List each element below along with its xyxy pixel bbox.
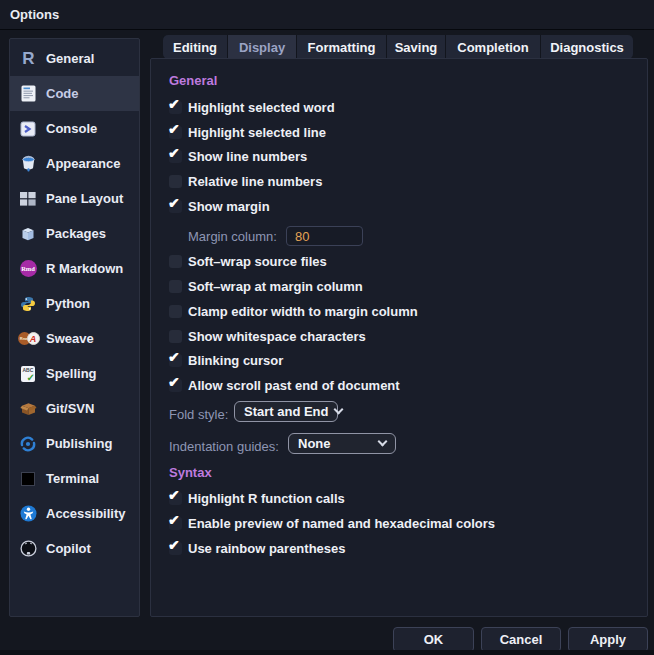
tab-saving[interactable]: Saving	[387, 35, 446, 59]
checkbox-use-rainbow-parentheses[interactable]: ✔ Use rainbow parentheses	[169, 541, 346, 556]
chevron-down-icon	[378, 437, 388, 447]
margin-column-row: Margin column:	[188, 226, 277, 246]
fold-style-row: Fold style:	[169, 404, 228, 425]
checkbox-highlight-selected-line[interactable]: ✔ Highlight selected line	[169, 125, 326, 140]
checkbox: ✔	[169, 200, 182, 213]
git-svn-box-icon	[17, 398, 39, 420]
checkbox: ✔	[169, 379, 182, 392]
sidebar-item-terminal[interactable]: Terminal	[10, 461, 139, 496]
chevron-down-icon	[333, 405, 343, 415]
checkbox-blinking-cursor[interactable]: ✔ Blinking cursor	[169, 353, 283, 368]
tab-editing[interactable]: Editing	[163, 35, 228, 59]
checkbox-show-margin[interactable]: ✔ Show margin	[169, 199, 270, 214]
checkbox-clamp-editor-width[interactable]: ✔ Clamp editor width to margin column	[169, 304, 418, 319]
sidebar-item-label: General	[46, 51, 94, 66]
sidebar-item-copilot[interactable]: Copilot	[10, 531, 139, 566]
fold-style-dropdown[interactable]: Start and End	[234, 401, 338, 422]
checkbox-soft-wrap-source-files[interactable]: ✔ Soft–wrap source files	[169, 254, 327, 269]
apply-button[interactable]: Apply	[568, 627, 648, 652]
checkbox-show-line-numbers[interactable]: ✔ Show line numbers	[169, 149, 307, 164]
indentation-guides-label: Indentation guides:	[169, 439, 279, 454]
sidebar-item-appearance[interactable]: Appearance	[10, 146, 139, 181]
checkbox: ✔	[169, 305, 182, 318]
sidebar-item-packages[interactable]: Packages	[10, 216, 139, 251]
sidebar-item-code[interactable]: Code	[10, 76, 139, 111]
sidebar-item-label: Terminal	[46, 471, 99, 486]
checkbox: ✔	[169, 354, 182, 367]
options-category-sidebar: R General Code Console	[9, 38, 140, 617]
sidebar-item-label: Copilot	[46, 541, 91, 556]
sidebar-item-label: Accessibility	[46, 506, 126, 521]
display-settings-panel: General ✔ Highlight selected word ✔ High…	[150, 58, 648, 617]
checkbox-relative-line-numbers[interactable]: ✔ Relative line numbers	[169, 174, 322, 189]
python-icon	[17, 293, 39, 315]
sidebar-item-label: R Markdown	[46, 261, 123, 276]
checkbox-highlight-r-function-calls[interactable]: ✔ Highlight R function calls	[169, 491, 345, 506]
window-title: Options	[10, 7, 59, 22]
checkbox: ✔	[169, 175, 182, 188]
sidebar-item-pane-layout[interactable]: Pane Layout	[10, 181, 139, 216]
code-options-tabbar: Editing Display Formatting Saving Comple…	[163, 35, 633, 59]
sweave-icon: Rnw A	[17, 328, 39, 350]
sidebar-item-python[interactable]: Python	[10, 286, 139, 321]
tab-formatting[interactable]: Formatting	[297, 35, 387, 59]
console-icon	[17, 118, 39, 140]
checkbox: ✔	[169, 517, 182, 530]
sidebar-item-label: Appearance	[46, 156, 120, 171]
section-header-syntax: Syntax	[169, 465, 212, 480]
cancel-button[interactable]: Cancel	[481, 627, 561, 652]
tab-diagnostics[interactable]: Diagnostics	[541, 35, 633, 59]
margin-column-input[interactable]	[286, 226, 363, 246]
sidebar-item-console[interactable]: Console	[10, 111, 139, 146]
spellcheck-icon: ABC ✓	[17, 363, 39, 385]
checkbox: ✔	[169, 542, 182, 555]
checkbox: ✔	[169, 492, 182, 505]
sidebar-item-label: Packages	[46, 226, 106, 241]
fold-style-label: Fold style:	[169, 407, 228, 422]
checkbox-highlight-selected-word[interactable]: ✔ Highlight selected word	[169, 100, 335, 115]
sidebar-item-accessibility[interactable]: Accessibility	[10, 496, 139, 531]
checkbox-enable-color-preview[interactable]: ✔ Enable preview of named and hexadecima…	[169, 516, 495, 531]
checkbox: ✔	[169, 255, 182, 268]
sidebar-item-label: Publishing	[46, 436, 112, 451]
window-titlebar: Options	[0, 0, 654, 29]
sidebar-item-label: Git/SVN	[46, 401, 94, 416]
sidebar-item-git-svn[interactable]: Git/SVN	[10, 391, 139, 426]
sidebar-item-spelling[interactable]: ABC ✓ Spelling	[10, 356, 139, 391]
sidebar-item-r-markdown[interactable]: Rmd R Markdown	[10, 251, 139, 286]
sidebar-item-sweave[interactable]: Rnw A Sweave	[10, 321, 139, 356]
checkbox-show-whitespace-characters[interactable]: ✔ Show whitespace characters	[169, 329, 366, 344]
section-header-general: General	[169, 73, 217, 88]
ok-button[interactable]: OK	[393, 627, 474, 652]
package-cube-icon	[17, 223, 39, 245]
indentation-guides-row: Indentation guides:	[169, 436, 279, 457]
pane-layout-icon	[17, 188, 39, 210]
window-bottom-edge	[0, 650, 654, 655]
checkbox: ✔	[169, 280, 182, 293]
copilot-icon	[17, 538, 39, 560]
r-logo-icon: R	[17, 48, 39, 70]
sidebar-item-label: Pane Layout	[46, 191, 123, 206]
sidebar-item-label: Console	[46, 121, 97, 136]
checkbox-soft-wrap-at-margin-column[interactable]: ✔ Soft–wrap at margin column	[169, 279, 363, 294]
tab-display[interactable]: Display	[228, 35, 297, 59]
checkbox: ✔	[169, 150, 182, 163]
margin-column-label: Margin column:	[188, 229, 277, 244]
sidebar-item-publishing[interactable]: Publishing	[10, 426, 139, 461]
code-document-icon	[17, 83, 39, 105]
terminal-icon	[17, 468, 39, 490]
accessibility-icon	[17, 503, 39, 525]
checkbox: ✔	[169, 126, 182, 139]
indentation-guides-dropdown[interactable]: None	[288, 433, 396, 454]
tab-completion[interactable]: Completion	[446, 35, 541, 59]
sidebar-item-label: Spelling	[46, 366, 97, 381]
checkbox-allow-scroll-past-end[interactable]: ✔ Allow scroll past end of document	[169, 378, 400, 393]
checkbox: ✔	[169, 101, 182, 114]
publishing-swirl-icon	[17, 433, 39, 455]
sidebar-item-label: Sweave	[46, 331, 94, 346]
sidebar-item-label: Python	[46, 296, 90, 311]
checkbox: ✔	[169, 330, 182, 343]
sidebar-item-label: Code	[46, 86, 79, 101]
sidebar-item-general[interactable]: R General	[10, 41, 139, 76]
paint-bucket-icon	[17, 153, 39, 175]
